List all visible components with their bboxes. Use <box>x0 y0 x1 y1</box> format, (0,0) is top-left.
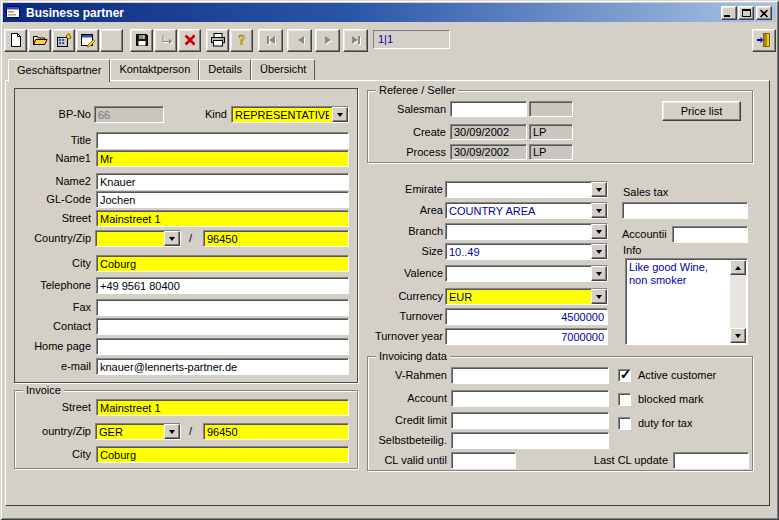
area-dropdown-arrow-icon[interactable] <box>591 203 607 218</box>
minimize-button[interactable] <box>721 6 737 20</box>
contact-label: Contact <box>15 318 91 335</box>
nav-next-button <box>315 29 340 52</box>
city-label: City <box>15 255 91 272</box>
info-text[interactable]: Like good Wine, non smoker <box>629 261 728 342</box>
kind-dropdown-arrow-icon[interactable] <box>332 107 348 122</box>
turnover-year-field[interactable] <box>445 328 608 345</box>
blocked-mark-checkbox[interactable] <box>618 393 631 406</box>
branch-dropdown-arrow-icon[interactable] <box>591 224 607 239</box>
city-field[interactable] <box>96 255 349 272</box>
selbstbeteilig-field[interactable] <box>451 432 609 449</box>
emirate-value <box>446 182 591 197</box>
bp-no-label: BP-No <box>15 106 91 123</box>
svg-text:?: ? <box>238 32 246 48</box>
revert-button <box>154 29 177 52</box>
title-field[interactable] <box>96 132 349 149</box>
name1-field[interactable] <box>96 150 349 167</box>
email-label: e-mail <box>15 358 91 375</box>
name2-field[interactable] <box>96 173 349 190</box>
currency-label: Currency <box>351 288 443 305</box>
kind-combo[interactable] <box>231 106 349 123</box>
turnover-field[interactable] <box>445 308 608 325</box>
cl-valid-until-field[interactable] <box>451 452 516 469</box>
help-button[interactable]: ? <box>230 29 253 52</box>
companies-button[interactable] <box>52 29 75 52</box>
save-icon <box>134 32 150 50</box>
salesman-field[interactable] <box>450 101 527 117</box>
home-page-field[interactable] <box>96 338 349 355</box>
invoice-country-dropdown-arrow-icon[interactable] <box>164 424 180 439</box>
area-combo[interactable] <box>445 202 608 219</box>
account-field[interactable] <box>451 390 609 407</box>
home-page-label: Home page <box>15 338 91 355</box>
contact-field[interactable] <box>96 318 349 335</box>
sales-tax-field[interactable] <box>622 202 748 219</box>
kind-value <box>232 107 332 122</box>
name2-label: Name2 <box>15 173 91 190</box>
open-folder-icon <box>32 32 48 50</box>
invoice-city-field[interactable] <box>96 446 349 463</box>
valence-value <box>446 266 591 281</box>
invoice-zip-separator: / <box>189 423 197 440</box>
blocked-mark-label: blocked mark <box>638 393 703 406</box>
nav-last-icon <box>348 32 364 50</box>
telephone-label: Telephone <box>15 277 91 294</box>
email-field[interactable] <box>96 358 349 375</box>
tab-uebersicht[interactable]: Übersicht <box>251 59 315 80</box>
delete-button[interactable] <box>178 29 201 52</box>
zip-field[interactable] <box>203 230 349 247</box>
credit-limit-field[interactable] <box>451 412 609 429</box>
turnover-label: Turnover <box>351 308 443 325</box>
last-cl-update-label: Last CL update <box>590 452 668 469</box>
maximize-button[interactable] <box>738 6 754 20</box>
street-field[interactable] <box>96 210 349 227</box>
emirate-combo[interactable] <box>445 181 608 198</box>
size-dropdown-arrow-icon[interactable] <box>591 244 607 259</box>
info-box[interactable]: Like good Wine, non smoker <box>625 258 748 345</box>
accounting-field[interactable] <box>672 226 748 243</box>
valence-combo[interactable] <box>445 265 608 282</box>
app-icon <box>6 5 21 20</box>
size-combo[interactable] <box>445 243 608 260</box>
branch-combo[interactable] <box>445 223 608 240</box>
info-scrollbar[interactable] <box>730 260 746 343</box>
v-rahmen-field[interactable] <box>451 367 609 384</box>
credit-limit-label: Credit limit <box>368 412 447 429</box>
fax-field[interactable] <box>96 299 349 316</box>
country-combo[interactable] <box>95 230 181 247</box>
exit-button[interactable] <box>752 29 776 52</box>
duty-for-tax-checkbox[interactable] <box>618 417 631 430</box>
new-record-button[interactable] <box>4 29 27 52</box>
nav-first-icon <box>263 32 279 50</box>
scroll-up-icon[interactable] <box>730 260 746 275</box>
area-value <box>446 203 591 218</box>
street-label: Street <box>15 210 91 227</box>
invoice-country-combo[interactable] <box>95 423 181 440</box>
currency-combo[interactable] <box>445 288 608 305</box>
invoice-street-field[interactable] <box>96 399 349 416</box>
tab-kontaktperson[interactable]: Kontaktperson <box>110 59 199 80</box>
valence-dropdown-arrow-icon[interactable] <box>591 266 607 281</box>
partner-panel: BP-No Kind Title Name1 Name2 GL-Code Str… <box>14 88 358 383</box>
country-dropdown-arrow-icon[interactable] <box>164 231 180 246</box>
open-button[interactable] <box>28 29 51 52</box>
gl-code-label: GL-Code <box>15 191 91 208</box>
active-customer-checkbox[interactable] <box>618 369 631 382</box>
edit-form-button[interactable] <box>76 29 99 52</box>
invoice-zip-field[interactable] <box>203 423 349 440</box>
price-list-button[interactable]: Price list <box>662 101 741 121</box>
last-cl-update-field[interactable] <box>673 452 749 469</box>
print-button[interactable] <box>206 29 229 52</box>
telephone-field[interactable] <box>96 277 349 294</box>
gl-code-field[interactable] <box>96 191 349 208</box>
tab-geschaeftspartner[interactable]: Geschäftspartner <box>8 59 110 82</box>
salesman-code-field <box>529 101 573 117</box>
close-icon[interactable] <box>756 6 772 20</box>
delete-x-icon <box>182 32 198 50</box>
emirate-dropdown-arrow-icon[interactable] <box>591 182 607 197</box>
country-zip-label: Country/Zip <box>15 230 91 247</box>
save-button[interactable] <box>130 29 153 52</box>
scroll-down-icon[interactable] <box>730 328 746 343</box>
currency-dropdown-arrow-icon[interactable] <box>591 289 607 304</box>
tab-details[interactable]: Details <box>199 59 251 80</box>
